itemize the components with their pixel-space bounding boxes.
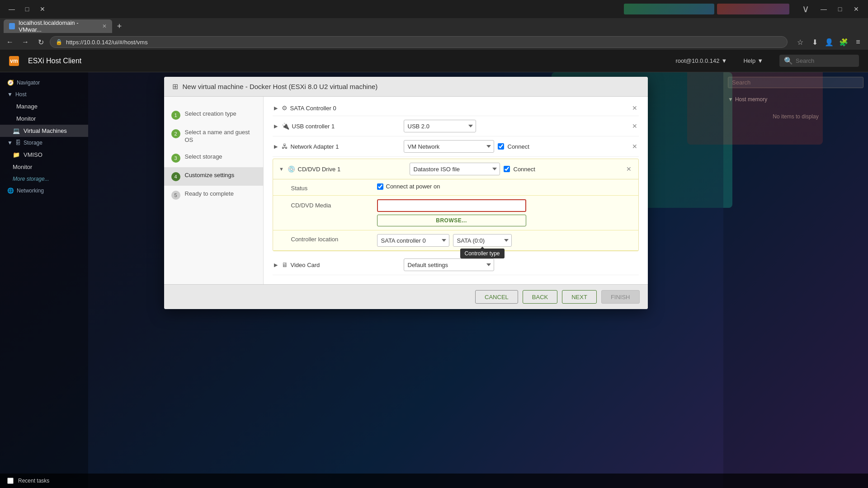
cddvd-expand-btn[interactable]: ▼ [278,166,285,172]
cddvd-label: CD/DVD Drive 1 [298,166,341,173]
sidebar-item-storage-header[interactable]: ▼ 🗄 Storage [0,137,88,149]
vm-label: Virtual Machines [24,127,67,134]
controller-location-label: Controller location [291,234,373,243]
navigator-label: Navigator [17,80,40,86]
address-bar-actions: ☆ ⬇ 👤 🧩 ≡ [794,36,864,48]
network-connect-checkbox[interactable] [498,143,504,150]
sidebar-item-networking-header[interactable]: 🌐 Networking [0,185,88,197]
network-close-btn[interactable]: ✕ [631,142,639,150]
sidebar-item-host-header[interactable]: ▼ Host [0,89,88,100]
help-label: Help [743,57,755,64]
account-button[interactable]: 👤 [823,36,835,48]
slot-select-container: SATA (0:0) Controller type [453,234,512,247]
user-info[interactable]: root@10.0.0.142 ▼ [675,57,727,64]
vmiso-label: VMISO [24,151,42,158]
storage-label: Storage [24,140,42,146]
maximize-button[interactable]: □ [21,3,33,15]
usb-label: USB controller 1 [292,123,335,130]
controller-location-row: Controller location SATA controller 0 [273,230,638,251]
status-label: Status [291,183,373,192]
usb-close-btn[interactable]: ✕ [631,122,639,130]
extensions-button[interactable]: 🧩 [837,36,850,48]
network-select[interactable]: VM Network [404,140,494,153]
finish-button[interactable]: FINISH [601,290,640,304]
cddvd-media-input[interactable] [377,199,526,212]
user-dropdown-icon: ▼ [722,57,727,64]
sata-close-btn[interactable]: ✕ [631,104,639,112]
vm-icon: 💻 [13,127,20,134]
dialog-body: 1 Select creation type 2 Select a name a… [164,97,648,284]
active-tab[interactable]: localhost.localdomain - VMwar... ✕ [4,19,112,33]
controller-select[interactable]: SATA controller 0 [377,234,449,247]
close-button[interactable]: ✕ [36,3,49,15]
sidebar-item-virtual-machines[interactable]: 💻 Virtual Machines [0,125,88,137]
pocket-button[interactable]: ⬇ [808,36,821,48]
network-expand-btn[interactable]: ▶ [273,143,279,150]
network-connect-label: Connect [508,143,529,150]
wizard-step-1[interactable]: 1 Select creation type [164,106,263,124]
usb-controller-header: ▶ 🔌 USB controller 1 [273,122,399,130]
usb-version-select[interactable]: USB 2.0 USB 3.0 USB 3.1 [404,120,476,132]
wizard-content: ▶ ⚙ SATA Controller 0 ✕ [264,97,648,284]
cddvd-connect-checkbox[interactable] [504,166,510,172]
help-menu[interactable]: Help ▼ [743,57,763,64]
expand-button[interactable]: ∨ [802,3,809,15]
cancel-button[interactable]: CANCEL [475,290,518,304]
networking-icon: 🌐 [7,188,14,194]
controller-slot-select[interactable]: SATA (0:0) [453,234,512,247]
right-panel-search-input[interactable] [728,77,863,88]
wizard-step-5[interactable]: 5 Ready to complete [164,186,263,204]
step-5-number: 5 [171,191,180,200]
sata-expand-btn[interactable]: ▶ [273,105,279,111]
sata-label: SATA Controller 0 [290,105,336,112]
cddvd-icon: 💿 [288,165,295,173]
sidebar-item-monitor-storage[interactable]: Monitor [0,161,88,173]
tab-close-button[interactable]: ✕ [102,23,107,29]
navigator-header[interactable]: 🧭 Navigator [0,77,88,89]
monitor-storage-label: Monitor [13,164,32,170]
cddvd-close-btn[interactable]: ✕ [625,165,633,173]
sata-controller-row: ▶ ⚙ SATA Controller 0 ✕ [273,97,639,116]
video-expand-btn[interactable]: ▶ [273,262,279,268]
sidebar-item-more-storage[interactable]: More storage... [0,173,88,185]
new-vm-dialog: ⊞ New virtual machine - Docker Host (ESX… [164,77,648,309]
back-button[interactable]: BACK [523,290,557,304]
next-button[interactable]: NEXT [562,290,597,304]
sidebar-item-manage[interactable]: Manage [0,100,88,113]
browse-button[interactable]: BROWSE... [377,215,526,226]
status-row: Status Connect at power on [273,179,638,196]
forward-nav-button[interactable]: → [19,36,32,48]
win-close-button[interactable]: ✕ [850,3,863,15]
video-card-header: ▶ 🖥 Video Card [273,261,399,268]
search-input[interactable] [796,57,854,64]
global-search[interactable]: 🔍 [779,55,859,67]
wizard-step-3[interactable]: 3 Select storage [164,149,263,167]
reload-button[interactable]: ↻ [34,36,47,48]
connect-at-poweron-checkbox[interactable] [377,183,383,190]
network-adapter-header: ▶ 🖧 Network Adapter 1 [273,143,399,150]
back-nav-button[interactable]: ← [4,36,16,48]
sidebar-item-monitor[interactable]: Monitor [0,113,88,125]
cddvd-media-row: CD/DVD Media BROWSE... [273,196,638,230]
cddvd-controls: Datastore ISO file Host device Passthrou… [410,163,620,175]
wizard-step-4[interactable]: 4 Customize settings [164,167,263,186]
usb-expand-btn[interactable]: ▶ [273,123,279,129]
step-1-number: 1 [171,111,180,120]
bookmark-button[interactable]: ☆ [794,36,807,48]
usb-controller-row: ▶ 🔌 USB controller 1 USB 2.0 USB 3.0 [273,116,639,136]
win-minimize-button[interactable]: — [817,3,830,15]
recent-tasks-checkbox[interactable] [7,478,14,484]
video-settings-select[interactable]: Default settings [404,258,494,271]
tab-bar: localhost.localdomain - VMwar... ✕ + [0,18,868,34]
cddvd-type-select[interactable]: Datastore ISO file Host device Passthrou… [410,163,500,175]
no-items-display: No items to display [728,104,863,129]
sidebar-item-vmiso[interactable]: 📁 VMISO [0,149,88,161]
new-tab-button[interactable]: + [113,20,126,33]
win-restore-button[interactable]: □ [834,3,846,15]
user-label: root@10.0.0.142 [675,57,719,64]
status-value: Connect at power on [377,183,633,190]
menu-button[interactable]: ≡ [852,36,864,48]
minimize-button[interactable]: — [5,3,18,15]
address-bar[interactable]: 🔒 https://10.0.0.142/ui/#/host/vms [50,36,788,48]
wizard-step-2[interactable]: 2 Select a name and guest OS [164,124,263,149]
